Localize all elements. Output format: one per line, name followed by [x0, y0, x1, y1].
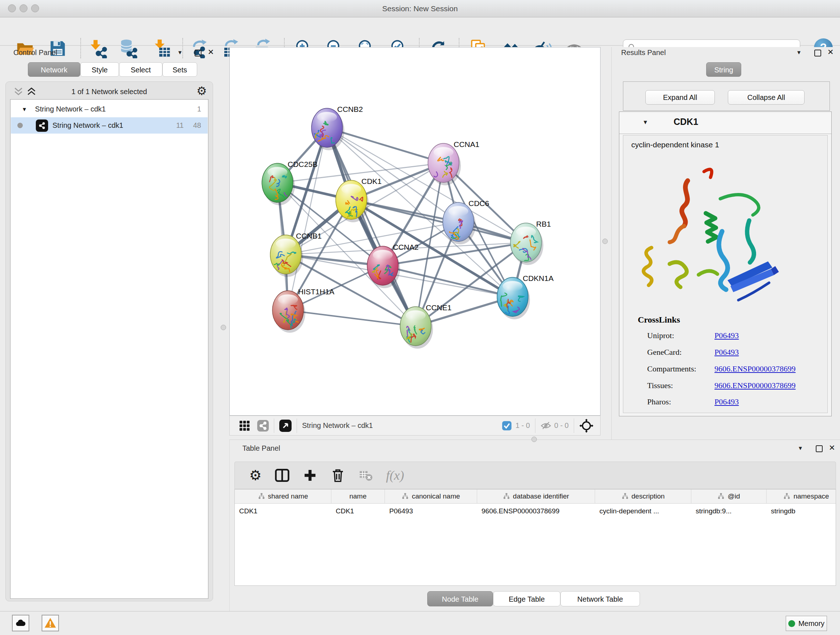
protein-name: CDK1 — [674, 117, 698, 127]
genecard-link[interactable]: P06493 — [714, 348, 739, 357]
tissues-link[interactable]: 9606.ENSP00000378699 — [714, 381, 796, 390]
protein-card-header[interactable]: ▼ CDK1 — [619, 112, 831, 134]
detach-view-icon[interactable] — [279, 420, 292, 432]
memory-button[interactable]: Memory — [786, 616, 827, 631]
birdseye-toggle-icon[interactable] — [579, 418, 594, 433]
add-column-icon[interactable] — [303, 468, 317, 483]
crosslinks-heading: CrossLinks — [638, 315, 680, 325]
node-label: CCNB1 — [296, 232, 322, 240]
network-type-badge-icon — [257, 420, 269, 432]
status-bar: Memory — [0, 611, 840, 635]
collapse-all-button[interactable]: Collapse All — [728, 90, 805, 105]
column-header--id[interactable]: @id — [691, 489, 767, 503]
node-label: CDK1 — [362, 177, 382, 185]
protein-result-card: ▼ CDK1 cyclin-dependent kinase 1 — [619, 111, 832, 416]
compartments-link[interactable]: 9606.ENSP00000378699 — [714, 364, 796, 374]
pharos-link[interactable]: P06493 — [714, 397, 739, 407]
memory-label: Memory — [798, 619, 824, 628]
network-view-title: String Network – cdk1 — [302, 421, 373, 430]
column-header-canonical-name[interactable]: canonical name — [385, 489, 477, 503]
toolbar-separator — [574, 418, 574, 433]
left-splitter-handle[interactable] — [221, 325, 226, 330]
delete-column-icon[interactable] — [330, 468, 346, 483]
table-panel: Table Panel ▼ ✕ ⚙ f(x) shared namenameca… — [229, 440, 840, 611]
expand-collapse-box: Expand All Collapse All — [623, 81, 830, 111]
table-cell[interactable]: P06493 — [385, 504, 477, 519]
tab-node-table[interactable]: Node Table — [427, 591, 493, 606]
node-label: CCNA1 — [454, 140, 479, 149]
selected-checkbox-icon[interactable] — [502, 421, 512, 431]
control-panel-title: Control Panel — [13, 49, 57, 57]
crosslink-label: Tissues: — [647, 381, 673, 390]
network-graph[interactable]: CCNB2CCNA1CDC25BCDK1CDC6RB1CCNB1CCNA2CDK… — [230, 48, 600, 415]
table-cell[interactable]: stringdb:9... — [691, 504, 767, 519]
cloud-status-button[interactable] — [12, 615, 29, 631]
warning-status-button[interactable] — [42, 615, 59, 631]
float-panel-icon[interactable] — [814, 50, 821, 57]
table-cell[interactable]: 9606.ENSP00000378699 — [477, 504, 595, 519]
column-header-description[interactable]: description — [595, 489, 691, 503]
table-cell[interactable]: CDK1 — [235, 504, 332, 519]
network-options-gear-icon[interactable]: ⚙ — [196, 84, 207, 98]
column-header-name[interactable]: name — [332, 489, 385, 503]
hidden-counts: 0 - 0 — [554, 421, 569, 430]
tab-select[interactable]: Select — [119, 62, 163, 77]
close-panel-icon[interactable]: ✕ — [208, 48, 214, 57]
right-splitter-handle[interactable] — [602, 239, 608, 244]
tab-style[interactable]: Style — [80, 62, 119, 77]
network-row-label: String Network – cdk1 — [52, 121, 123, 130]
main-toolbar: ? — [0, 17, 840, 46]
edge-count: 48 — [193, 121, 201, 130]
network-type-icon — [36, 119, 48, 132]
table-cell[interactable]: cyclin-dependent ... — [595, 504, 691, 519]
collapse-section-icon[interactable]: ▼ — [643, 119, 648, 126]
tab-sets[interactable]: Sets — [163, 62, 197, 77]
delete-table-icon — [358, 468, 373, 483]
warning-icon — [44, 617, 57, 629]
table-row[interactable]: CDK1CDK1P064939606.ENSP00000378699cyclin… — [235, 504, 836, 519]
column-header-database-identifier[interactable]: database identifier — [477, 489, 595, 503]
table-settings-gear-icon[interactable]: ⚙ — [249, 467, 262, 483]
cloud-icon — [15, 617, 27, 629]
table-cell[interactable]: CDK1 — [332, 504, 385, 519]
hidden-eye-icon[interactable] — [540, 420, 551, 431]
column-header-shared-name[interactable]: shared name — [235, 489, 332, 503]
grid-view-icon[interactable] — [239, 420, 250, 431]
float-panel-icon[interactable] — [195, 50, 202, 57]
float-panel-icon[interactable] — [816, 445, 823, 452]
table-header-row: shared namenamecanonical namedatabase id… — [235, 489, 836, 504]
tree-expand-icon[interactable]: ▼ — [22, 106, 27, 112]
network-canvas[interactable]: CCNB2CCNA1CDC25BCDK1CDC6RB1CCNB1CCNA2CDK… — [229, 47, 600, 416]
table-cell[interactable]: stringdb — [767, 504, 836, 519]
node-label: CCNE1 — [426, 303, 452, 312]
toolbar-separator — [297, 418, 297, 433]
protein-structure-image — [630, 155, 782, 315]
table-toolbar: ⚙ f(x) — [234, 462, 836, 489]
tab-network[interactable]: Network — [28, 62, 80, 77]
window-title: Session: New Session — [0, 0, 840, 17]
network-collection-row[interactable]: ▼ String Network – cdk1 1 — [11, 101, 208, 117]
expand-all-button[interactable]: Expand All — [645, 90, 715, 105]
column-header-namespace[interactable]: namespace — [767, 489, 836, 503]
tab-edge-table[interactable]: Edge Table — [493, 591, 561, 606]
network-selection-status: 1 of 1 Network selected — [6, 88, 213, 96]
collection-count: 1 — [197, 105, 201, 113]
collapse-panel-icon[interactable]: ▼ — [798, 445, 803, 451]
results-panel: Results Panel ▼ ✕ String Expand All Coll… — [611, 47, 840, 440]
network-row-selected[interactable]: String Network – cdk1 11 48 — [11, 117, 208, 134]
network-tree: ▼ String Network – cdk1 1 String Network… — [10, 99, 208, 599]
network-view: CCNB2CCNA1CDC25BCDK1CDC6RB1CCNB1CCNA2CDK… — [229, 47, 600, 435]
bottom-splitter-handle[interactable] — [531, 437, 537, 442]
close-panel-icon[interactable]: ✕ — [827, 48, 834, 57]
tab-network-table[interactable]: Network Table — [561, 591, 640, 606]
collapse-panel-icon[interactable]: ▼ — [177, 49, 183, 55]
tab-string[interactable]: String — [706, 62, 741, 77]
network-view-toolbar: String Network – cdk1 1 - 0 0 - 0 — [229, 416, 600, 435]
crosslink-label: Pharos: — [647, 397, 671, 407]
collapse-panel-icon[interactable]: ▼ — [796, 49, 802, 55]
uniprot-link[interactable]: P06493 — [714, 331, 739, 340]
show-columns-icon[interactable] — [275, 468, 290, 483]
close-panel-icon[interactable]: ✕ — [829, 443, 835, 452]
crosslink-label: GeneCard: — [647, 348, 682, 357]
memory-status-dot-icon — [788, 620, 795, 627]
